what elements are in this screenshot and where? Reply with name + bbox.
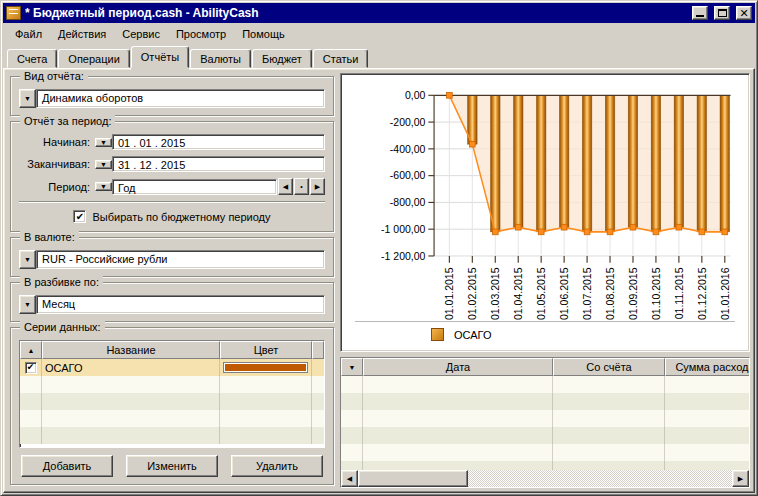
empty-cell	[312, 410, 324, 427]
menu-item-file[interactable]: Файл	[7, 26, 50, 42]
transactions-sort-header[interactable]: ▼	[341, 358, 363, 376]
svg-text:-600,00: -600,00	[390, 169, 426, 181]
series-color-header[interactable]: Цвет	[220, 341, 312, 359]
tab-reports[interactable]: Отчёты	[131, 46, 189, 68]
tab-bar: Счета Операции Отчёты Валюты Бюджет Стат…	[3, 44, 755, 68]
series-row-spacer	[312, 359, 324, 376]
scroll-left-button[interactable]: ◀	[341, 470, 358, 487]
tab-articles[interactable]: Статьи	[313, 49, 369, 68]
report-period-group-label: Отчёт за период:	[20, 115, 115, 128]
close-button[interactable]: ✕	[736, 6, 752, 20]
currency-dropdown-button[interactable]: ▼	[19, 250, 36, 269]
delete-series-button[interactable]: Удалить	[231, 455, 323, 477]
empty-cell	[553, 427, 665, 444]
period-prev-button[interactable]: ◀	[278, 178, 293, 195]
tab-currencies[interactable]: Валюты	[190, 49, 251, 68]
chevron-down-icon: ▼	[100, 183, 107, 190]
sort-desc-icon: ▼	[349, 364, 356, 371]
svg-text:01.10.2015: 01.10.2015	[650, 267, 662, 320]
svg-text:01.02.2015: 01.02.2015	[466, 267, 478, 320]
svg-text:01.12.2015: 01.12.2015	[696, 267, 708, 320]
svg-text:01.01.2016: 01.01.2016	[719, 267, 731, 320]
transactions-date-header[interactable]: Дата	[363, 358, 553, 376]
empty-cell	[363, 376, 553, 393]
series-name-header[interactable]: Название	[42, 341, 220, 359]
empty-cell	[341, 461, 363, 470]
currency-field[interactable]: RUR - Российские рубли	[36, 250, 325, 269]
transactions-account-header[interactable]: Со счёта	[553, 358, 665, 376]
currency-group: В валюте: ▼ RUR - Российские рубли	[10, 237, 334, 277]
breakdown-field[interactable]: Месяц	[36, 295, 325, 314]
start-date-field[interactable]: 01 . 01 . 2015	[112, 134, 325, 150]
maximize-button[interactable]	[714, 6, 730, 20]
empty-row	[341, 461, 749, 470]
budget-period-checkbox-label[interactable]: Выбирать по бюджетному периоду	[92, 211, 270, 223]
period-current-button[interactable]: •	[294, 178, 309, 195]
empty-cell	[363, 461, 553, 470]
tab-accounts[interactable]: Счета	[7, 49, 57, 68]
menu-item-view[interactable]: Просмотр	[168, 26, 234, 42]
empty-cell	[20, 427, 42, 444]
empty-cell	[312, 393, 324, 410]
end-date-label: Заканчивая:	[19, 158, 95, 170]
empty-cell	[665, 461, 749, 470]
period-field[interactable]: Год	[112, 179, 277, 195]
series-name-cell: ОСАГО	[42, 359, 220, 376]
series-row-checkbox[interactable]: ✔	[25, 362, 37, 374]
end-date-dropdown-button[interactable]: ▼	[95, 160, 112, 169]
empty-cell	[220, 427, 312, 444]
report-type-field[interactable]: Динамика оборотов	[36, 89, 325, 108]
period-next-button[interactable]: ▶	[310, 178, 325, 195]
menu-item-actions[interactable]: Действия	[50, 26, 114, 42]
empty-cell	[20, 393, 42, 410]
series-row-osago[interactable]: ✔ ОСАГО	[20, 359, 324, 376]
tab-page-reports: Вид отчёта: ▼ Динамика оборотов Отчёт за…	[3, 68, 755, 493]
close-icon: ✕	[739, 8, 748, 19]
group-separator	[19, 201, 325, 203]
transactions-amount-header[interactable]: Сумма расхода	[665, 358, 750, 376]
tab-budget[interactable]: Бюджет	[252, 49, 312, 68]
series-sort-header[interactable]: ▲	[20, 341, 42, 359]
svg-text:01.08.2015: 01.08.2015	[604, 267, 616, 320]
scrollbar-track[interactable]	[468, 470, 732, 487]
edit-series-button[interactable]: Изменить	[126, 455, 218, 477]
empty-row	[341, 376, 749, 393]
empty-cell	[363, 393, 553, 410]
end-date-field[interactable]: 31 . 12 . 2015	[112, 156, 325, 172]
svg-text:-800,00: -800,00	[390, 196, 426, 208]
menu-item-service[interactable]: Сервис	[114, 26, 168, 42]
budget-period-checkbox[interactable]: ✔	[73, 210, 86, 223]
empty-cell	[312, 376, 324, 393]
add-series-button[interactable]: Добавить	[21, 455, 113, 477]
period-nav-buttons: ◀ • ▶	[278, 178, 325, 195]
report-settings-panel: Вид отчёта: ▼ Динамика оборотов Отчёт за…	[8, 73, 336, 488]
empty-row	[20, 393, 324, 410]
minimize-icon	[696, 15, 704, 17]
series-color-cell	[220, 359, 312, 376]
dot-icon: •	[300, 183, 302, 190]
chevron-right-icon: ▶	[315, 183, 320, 191]
minimize-button[interactable]	[692, 6, 708, 20]
check-icon: ✔	[27, 363, 35, 372]
empty-cell	[20, 376, 42, 393]
menu-item-help[interactable]: Помощь	[234, 26, 293, 42]
empty-cell	[665, 444, 749, 461]
period-dropdown-button[interactable]: ▼	[95, 182, 112, 191]
breakdown-dropdown-button[interactable]: ▼	[19, 295, 36, 314]
svg-text:-1 000,00: -1 000,00	[381, 223, 426, 235]
scrollbar-thumb[interactable]	[358, 470, 468, 487]
chevron-down-icon: ▼	[100, 161, 107, 168]
tab-operations[interactable]: Операции	[58, 49, 129, 68]
series-spacer-header	[312, 341, 324, 359]
empty-cell	[553, 410, 665, 427]
start-date-label: Начиная:	[19, 136, 95, 148]
scroll-right-button[interactable]: ▶	[732, 470, 749, 487]
chevron-down-icon: ▼	[100, 139, 107, 146]
report-output-panel: 0,00-200,00-400,00-600,00-800,00-1 000,0…	[340, 73, 750, 488]
empty-cell	[42, 393, 220, 410]
empty-cell	[42, 427, 220, 444]
start-date-dropdown-button[interactable]: ▼	[95, 138, 112, 147]
report-type-dropdown-button[interactable]: ▼	[19, 89, 36, 108]
svg-text:01.09.2015: 01.09.2015	[627, 267, 639, 320]
series-color-swatch[interactable]	[223, 362, 308, 373]
